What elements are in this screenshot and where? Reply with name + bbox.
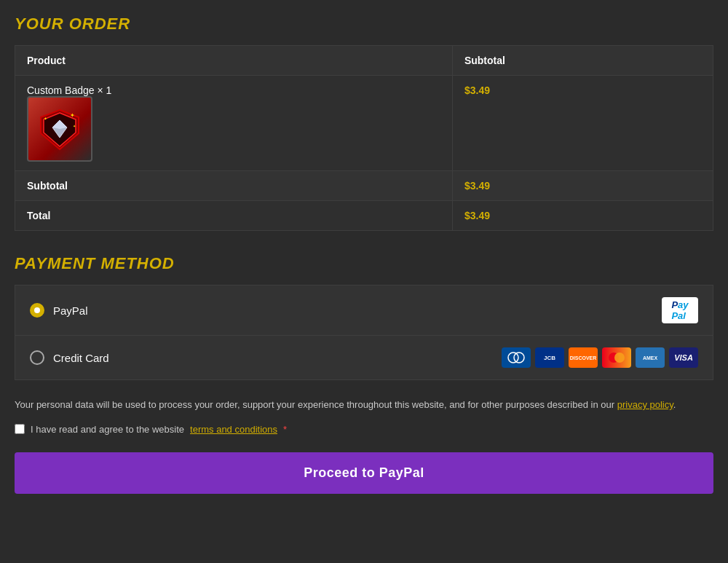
- svg-text:✦: ✦: [44, 117, 47, 121]
- amex-card-icon: AMEX: [636, 347, 665, 368]
- mastercard-icon: [602, 347, 631, 368]
- col-subtotal-header: Subtotal: [452, 46, 713, 76]
- paypal-option-left: PayPal: [30, 303, 88, 318]
- terms-row: I have read and agree to the website ter…: [15, 424, 713, 435]
- total-value: $3.49: [452, 201, 713, 231]
- product-price: $3.49: [452, 76, 713, 171]
- privacy-text: Your personal data will be used to proce…: [15, 399, 614, 410]
- credit-card-option-left: Credit Card: [30, 350, 109, 365]
- product-badge-image: ✦ ✦ ✦: [27, 96, 92, 162]
- card-icons: JCB DISCOVER AMEX VISA: [502, 347, 698, 368]
- proceed-button[interactable]: Proceed to PayPal: [15, 452, 713, 494]
- total-row: Total $3.49: [15, 201, 713, 231]
- product-cell: Custom Badge × 1: [15, 76, 453, 171]
- svg-point-10: [614, 353, 625, 363]
- product-name-qty: Custom Badge × 1: [27, 84, 440, 96]
- credit-card-option[interactable]: Credit Card JCB DISCOVER AMEX: [15, 336, 713, 379]
- discover-card-icon: DISCOVER: [569, 347, 598, 368]
- credit-card-label: Credit Card: [53, 352, 109, 364]
- svg-text:✦: ✦: [70, 112, 75, 119]
- payment-section: PayPal PayPal Credit Card JCB: [15, 285, 713, 380]
- payment-title: PAYMENT METHOD: [15, 254, 713, 273]
- paypal-radio[interactable]: [30, 303, 44, 318]
- order-title: YOUR ORDER: [15, 15, 713, 34]
- page-wrapper: YOUR ORDER Product Subtotal Custom Badge…: [15, 15, 713, 494]
- visa-card-icon: VISA: [669, 347, 698, 368]
- required-star: *: [283, 424, 287, 435]
- product-quantity: × 1: [98, 84, 112, 96]
- svg-text:✦: ✦: [73, 124, 76, 128]
- badge-svg: ✦ ✦ ✦: [38, 107, 82, 151]
- jcb-card-icon: JCB: [535, 347, 564, 368]
- product-row: Custom Badge × 1: [15, 76, 713, 171]
- order-table: Product Subtotal Custom Badge × 1: [15, 45, 713, 231]
- privacy-notice: Your personal data will be used to proce…: [15, 398, 713, 412]
- privacy-policy-link[interactable]: privacy policy: [617, 399, 673, 410]
- subtotal-value: $3.49: [452, 171, 713, 201]
- terms-link[interactable]: terms and conditions: [190, 424, 277, 435]
- terms-text: I have read and agree to the website: [31, 424, 184, 435]
- col-product-header: Product: [15, 46, 453, 76]
- product-info: Custom Badge × 1: [27, 84, 440, 162]
- diners-card-icon: [502, 347, 531, 368]
- paypal-logo: PayPal: [662, 297, 698, 323]
- paypal-option[interactable]: PayPal PayPal: [15, 286, 713, 336]
- product-name: Custom Badge: [27, 84, 95, 96]
- total-label: Total: [15, 201, 453, 231]
- credit-card-radio[interactable]: [30, 350, 44, 365]
- subtotal-row: Subtotal $3.49: [15, 171, 713, 201]
- svg-point-8: [514, 353, 524, 363]
- paypal-label: PayPal: [53, 304, 88, 317]
- svg-point-7: [508, 353, 518, 363]
- subtotal-label: Subtotal: [15, 171, 453, 201]
- terms-checkbox[interactable]: [15, 424, 25, 434]
